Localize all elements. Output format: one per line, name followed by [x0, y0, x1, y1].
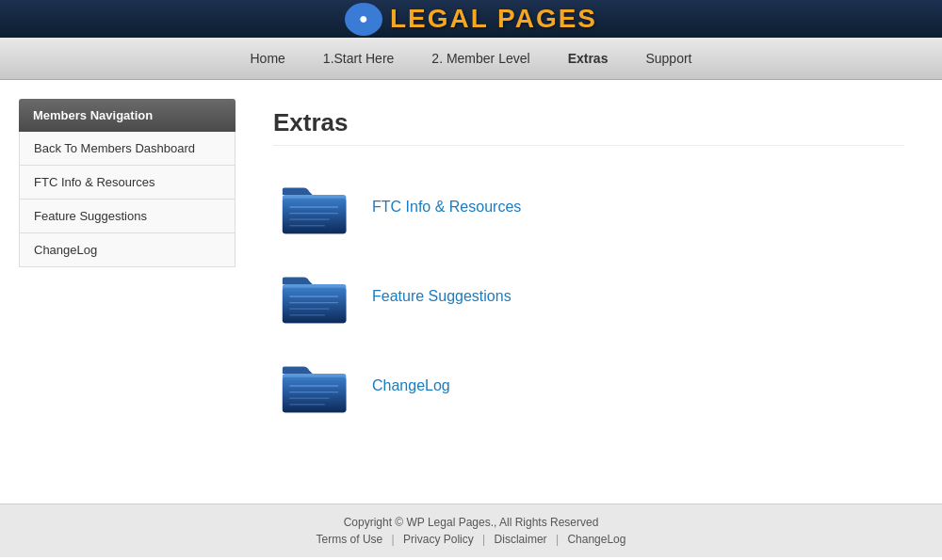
- sidebar-header: Members Navigation: [19, 99, 236, 132]
- nav-member-level[interactable]: 2. Member Level: [413, 41, 548, 75]
- site-footer: Copyright © WP Legal Pages., All Rights …: [0, 504, 942, 557]
- footer-sep-3: |: [556, 533, 559, 546]
- folder-list: FTC Info & Resources: [273, 165, 904, 428]
- sidebar-item-feature-suggestions[interactable]: Feature Suggestions: [20, 200, 235, 233]
- folder-svg-suggestions: [281, 266, 351, 328]
- footer-copyright: Copyright © WP Legal Pages., All Rights …: [11, 516, 931, 529]
- folder-item-changelog: ChangeLog: [273, 344, 904, 428]
- logo-text: LEGAL PAGES: [390, 4, 597, 34]
- footer-link-changelog[interactable]: ChangeLog: [567, 533, 625, 546]
- folder-link-ftc[interactable]: FTC Info & Resources: [372, 199, 521, 216]
- folder-icon-suggestions: [278, 264, 353, 329]
- footer-link-terms[interactable]: Terms of Use: [317, 533, 383, 546]
- svg-rect-7: [282, 287, 346, 323]
- sidebar-item-ftc-info[interactable]: FTC Info & Resources: [20, 166, 235, 200]
- svg-rect-1: [282, 198, 346, 233]
- folder-link-suggestions[interactable]: Feature Suggestions: [372, 288, 512, 305]
- page-title: Extras: [273, 108, 904, 146]
- folder-icon-ftc: [278, 174, 353, 240]
- nav-extras[interactable]: Extras: [549, 41, 627, 75]
- sidebar: Members Navigation Back To Members Dashb…: [19, 99, 236, 485]
- nav-start-here[interactable]: 1.Start Here: [304, 41, 413, 75]
- footer-sep-1: |: [392, 533, 395, 546]
- footer-links: Terms of Use | Privacy Policy | Disclaim…: [11, 533, 931, 546]
- folder-item-ftc: FTC Info & Resources: [273, 165, 904, 249]
- nav-support[interactable]: Support: [626, 41, 710, 75]
- sidebar-nav: Back To Members Dashboard FTC Info & Res…: [19, 132, 236, 267]
- folder-svg-changelog: [281, 356, 351, 417]
- site-header: ● LEGAL PAGES: [0, 0, 942, 38]
- footer-link-privacy[interactable]: Privacy Policy: [403, 533, 474, 546]
- folder-icon-changelog: [278, 353, 353, 419]
- main-content: Extras: [254, 99, 923, 485]
- nav-home[interactable]: Home: [232, 41, 304, 75]
- svg-rect-13: [282, 376, 346, 412]
- sidebar-item-changelog[interactable]: ChangeLog: [20, 233, 235, 266]
- footer-sep-2: |: [482, 533, 485, 546]
- folder-svg-ftc: [281, 177, 351, 238]
- folder-item-suggestions: Feature Suggestions: [273, 254, 904, 339]
- footer-link-disclaimer[interactable]: Disclaimer: [495, 533, 547, 546]
- content-wrapper: Members Navigation Back To Members Dashb…: [0, 80, 942, 504]
- main-nav: Home 1.Start Here 2. Member Level Extras…: [0, 38, 942, 80]
- logo-icon: ●: [345, 3, 382, 36]
- sidebar-item-back-to-dashboard[interactable]: Back To Members Dashboard: [20, 132, 235, 166]
- folder-link-changelog[interactable]: ChangeLog: [372, 377, 450, 394]
